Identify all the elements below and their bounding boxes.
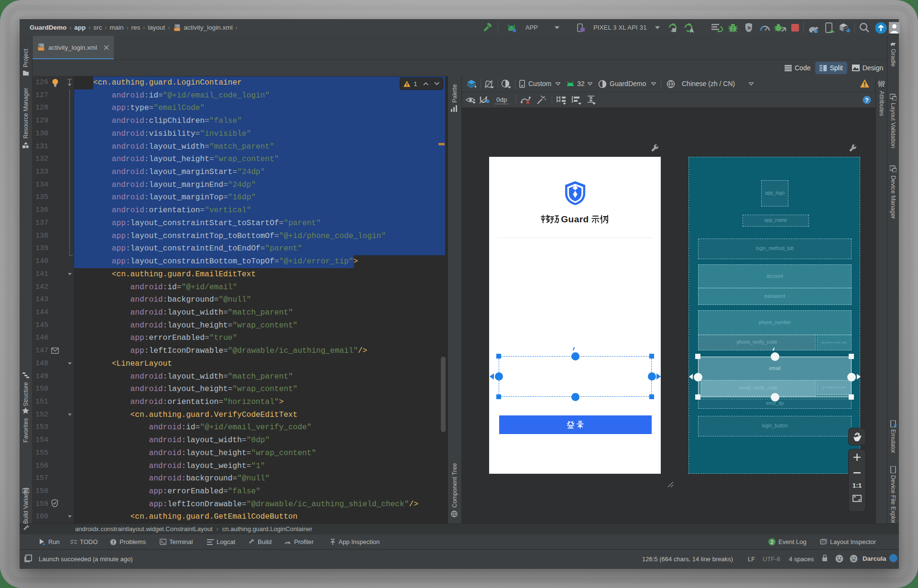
svg-text:<>: <> bbox=[175, 28, 179, 32]
svg-text:A: A bbox=[690, 28, 694, 33]
svg-text:?: ? bbox=[865, 97, 868, 104]
svg-text:<>: <> bbox=[39, 47, 44, 51]
